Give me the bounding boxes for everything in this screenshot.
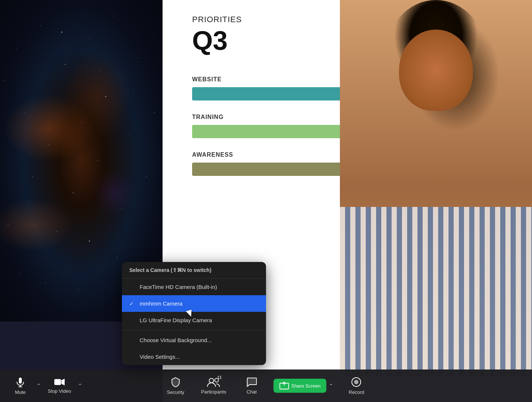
video-chevron[interactable]: ⌃ (76, 381, 84, 391)
record-button[interactable]: Record (344, 374, 369, 398)
share-screen-label: Share Screen (291, 383, 321, 389)
svg-point-9 (354, 380, 359, 384)
toolbar-center-group: Security 11 Participants Chat (163, 374, 369, 398)
mmhmm-camera-label: mmhmm Camera (140, 300, 183, 307)
presenter-figure (340, 0, 532, 376)
security-label: Security (167, 389, 184, 395)
record-icon (351, 377, 362, 387)
chat-bubble-icon (246, 377, 257, 387)
svg-rect-0 (19, 378, 22, 384)
dropdown-divider (122, 330, 266, 330)
stop-video-label: Stop Video (48, 388, 71, 394)
camera-option-lg[interactable]: LG UltraFine Display Camera (122, 312, 266, 328)
video-camera-icon (54, 378, 65, 386)
camera-option-facetime[interactable]: FaceTime HD Camera (Built-in) (122, 279, 266, 295)
mute-button[interactable]: Mute (7, 374, 33, 398)
choose-virtual-bg-item[interactable]: Choose Virtual Background... (122, 332, 266, 348)
share-screen-icon (279, 382, 289, 390)
share-screen-chevron[interactable]: ⌃ (327, 381, 335, 390)
lg-camera-label: LG UltraFine Display Camera (140, 317, 212, 323)
participants-label: Participants (201, 389, 226, 395)
mute-chevron[interactable]: ⌃ (35, 381, 42, 391)
stop-video-button[interactable]: Stop Video (44, 375, 75, 397)
dropdown-header: Select a Camera (⇧⌘N to switch) (122, 262, 266, 279)
face (399, 30, 473, 111)
chat-label: Chat (246, 389, 256, 395)
microphone-icon (16, 377, 25, 387)
facetime-camera-label: FaceTime HD Camera (Built-in) (140, 284, 217, 290)
participants-icon: 11 (207, 377, 220, 387)
security-button[interactable]: Security (163, 374, 188, 398)
mute-label: Mute (15, 389, 26, 395)
zoom-toolbar: Mute ⌃ Stop Video ⌃ Security (0, 369, 532, 402)
video-settings-item[interactable]: Video Settings... (122, 348, 266, 365)
shield-icon (171, 377, 180, 387)
shirt (340, 207, 532, 376)
chat-button[interactable]: Chat (239, 374, 265, 398)
participants-button[interactable]: 11 Participants (197, 374, 230, 398)
share-screen-group: Share Screen ⌃ (273, 379, 335, 393)
video-settings-label: Video Settings... (140, 354, 180, 360)
virtual-bg-label: Choose Virtual Background... (140, 337, 212, 343)
svg-rect-3 (54, 379, 61, 385)
presenter-overlay (340, 0, 532, 376)
share-screen-button[interactable]: Share Screen (273, 379, 327, 393)
camera-dropdown: Select a Camera (⇧⌘N to switch) FaceTime… (122, 262, 266, 365)
camera-option-mmhmm[interactable]: ✓ mmhmm Camera (122, 295, 266, 312)
check-icon: ✓ (129, 301, 135, 307)
svg-point-5 (209, 378, 214, 383)
participants-count: 11 (217, 375, 222, 379)
toolbar-left-group: Mute ⌃ Stop Video ⌃ (7, 374, 84, 398)
svg-marker-4 (61, 379, 65, 385)
record-label: Record (349, 389, 364, 395)
